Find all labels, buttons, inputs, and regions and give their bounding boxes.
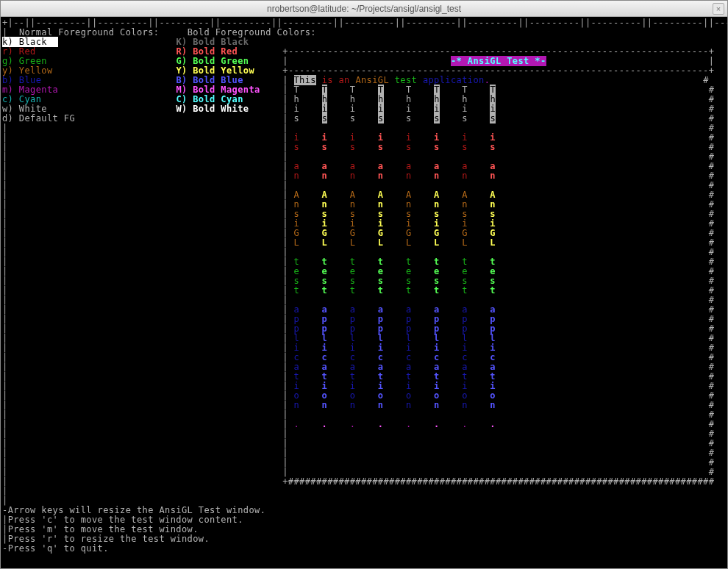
grid-char: a	[350, 161, 356, 171]
sentence-token: This	[294, 75, 317, 85]
grid-char: t	[434, 257, 440, 267]
grid-char: e	[322, 266, 328, 276]
close-icon[interactable]: ×	[713, 3, 724, 15]
terminal-viewport[interactable]: +|--||---------||---------||---------||-…	[1, 17, 727, 568]
grid-char: h	[322, 94, 328, 104]
grid-char: a	[490, 161, 496, 171]
grid-char: n	[322, 400, 328, 410]
grid-char: T	[406, 85, 412, 95]
bold-color-item: M) Bold Magenta	[176, 85, 260, 95]
panel-title: -* AnsiGL Test *-	[451, 56, 546, 66]
grid-char: i	[322, 132, 328, 143]
grid-char: i	[434, 132, 440, 143]
top-ruler: +|--||---------||---------||---------||-…	[2, 18, 727, 28]
grid-char: i	[462, 132, 468, 143]
grid-char: o	[350, 390, 356, 401]
grid-char: n	[462, 199, 468, 210]
window-titlebar[interactable]: nrobertson@latitude: ~/Projects/ansigl/a…	[1, 1, 727, 17]
grid-char: c	[434, 352, 440, 362]
grid-char: l	[322, 333, 328, 343]
grid-char: .	[490, 419, 496, 429]
grid-char: s	[462, 209, 468, 219]
grid-char: s	[406, 276, 412, 286]
grid-char: s	[434, 209, 440, 219]
grid-char: i	[490, 104, 496, 114]
grid-char: n	[350, 199, 356, 210]
grid-char: h	[434, 94, 440, 104]
help-line: Arrow keys will resize the AnsiGL Test w…	[8, 505, 266, 515]
bold-color-item: R) Bold Red	[176, 46, 238, 57]
grid-char: L	[293, 237, 299, 248]
grid-char: p	[293, 314, 299, 324]
grid-char: h	[406, 94, 412, 104]
grid-char: i	[293, 218, 299, 229]
grid-char: n	[406, 400, 412, 410]
help-line: Press 'm' to move the test window.	[8, 524, 199, 534]
grid-char: A	[490, 190, 496, 200]
grid-char: i	[378, 343, 384, 353]
normal-color-item: w) White	[2, 104, 58, 114]
help-line: Press 'q' to quit.	[8, 543, 109, 554]
grid-char: n	[406, 199, 412, 210]
grid-char: L	[378, 237, 384, 248]
grid-char: i	[350, 104, 356, 114]
grid-char: s	[378, 209, 384, 219]
grid-char: a	[293, 161, 299, 171]
grid-char: .	[378, 419, 384, 429]
grid-char: l	[434, 333, 440, 343]
grid-char: c	[378, 352, 384, 362]
grid-char: s	[293, 209, 299, 219]
grid-char: A	[406, 190, 412, 200]
grid-char: i	[350, 343, 356, 353]
grid-char: n	[434, 400, 440, 410]
grid-char: A	[293, 190, 299, 200]
grid-char: a	[322, 362, 328, 372]
grid-char: o	[434, 390, 440, 401]
grid-char: i	[406, 104, 412, 114]
normal-color-item: c) Cyan	[2, 94, 58, 104]
grid-char: o	[490, 390, 496, 401]
grid-char: A	[378, 190, 384, 200]
grid-char: G	[406, 228, 412, 238]
terminal-screen: +|--||---------||---------||---------||-…	[2, 18, 726, 554]
grid-char: i	[322, 218, 328, 229]
grid-char: n	[293, 400, 299, 410]
grid-char: a	[378, 304, 384, 315]
terminal-window: nrobertson@latitude: ~/Projects/ansigl/a…	[0, 0, 728, 569]
grid-char: i	[406, 381, 412, 391]
grid-char: t	[322, 285, 328, 296]
grid-char: .	[406, 419, 412, 429]
grid-char: p	[322, 314, 328, 324]
grid-char: .	[293, 419, 299, 429]
bold-header: Bold Foreground Colors:	[188, 27, 316, 37]
grid-char: A	[350, 190, 356, 200]
grid-char: t	[490, 257, 496, 267]
grid-char: a	[406, 161, 412, 171]
grid-char: i	[434, 343, 440, 353]
grid-char: A	[434, 190, 440, 200]
grid-char: T	[462, 85, 468, 95]
grid-char: i	[322, 381, 328, 391]
grid-char: t	[490, 371, 496, 382]
grid-char: o	[406, 390, 412, 401]
grid-char: i	[322, 343, 328, 353]
grid-char: n	[322, 171, 328, 181]
grid-char: t	[322, 371, 328, 382]
grid-char: s	[490, 209, 496, 219]
grid-char: s	[322, 209, 328, 219]
grid-char: a	[434, 362, 440, 372]
help-line: Press 'r' to resize the test window.	[8, 534, 210, 544]
grid-char: t	[350, 257, 356, 267]
bold-color-item: W) Bold White	[176, 104, 249, 114]
bold-color-item: G) Bold Green	[176, 56, 249, 66]
grid-char: i	[293, 343, 299, 353]
grid-char: i	[462, 343, 468, 353]
grid-char: s	[350, 142, 356, 152]
grid-char: c	[350, 352, 356, 362]
grid-char: s	[406, 142, 412, 152]
grid-char: n	[490, 171, 496, 181]
grid-char: n	[462, 171, 468, 181]
grid-char: G	[322, 228, 328, 238]
grid-char: a	[490, 304, 496, 315]
grid-char: T	[434, 85, 440, 95]
